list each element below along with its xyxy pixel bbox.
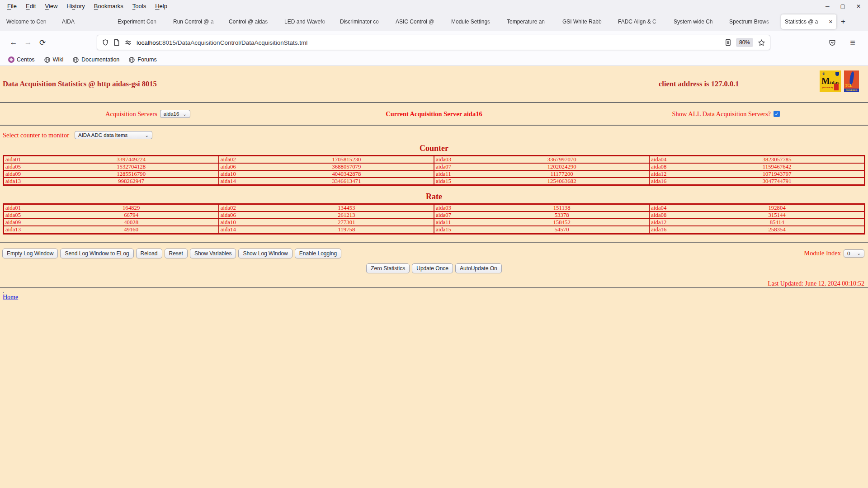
back-button[interactable]: ← <box>6 35 21 50</box>
rate-value: 49160 <box>44 226 219 234</box>
enable-logging-button[interactable]: Enable Logging <box>295 249 341 258</box>
show-log-window-button[interactable]: Show Log Window <box>238 249 292 258</box>
bookmark-centos[interactable]: Centos <box>5 56 38 64</box>
rate-table: aida01164829aida02134453aida03151138aida… <box>3 203 865 234</box>
rate-row: aida1349160aida14119758aida1554570aida16… <box>4 226 865 234</box>
counter-server-name: aida04 <box>649 156 690 164</box>
update-once-button[interactable]: Update Once <box>412 263 453 273</box>
menu-help[interactable]: Help <box>151 3 172 9</box>
close-window-icon[interactable]: ✕ <box>856 4 861 9</box>
url-text[interactable]: localhost:8015/DataAcquisitionControl/Da… <box>137 39 307 46</box>
tab-fadc-align-c[interactable]: FADC Align & C <box>614 14 670 29</box>
rate-heading: Rate <box>0 192 868 202</box>
show-variables-button[interactable]: Show Variables <box>190 249 236 258</box>
tab-led-and-wavefo[interactable]: LED and Wavefo <box>281 14 336 29</box>
new-tab-button[interactable]: + <box>837 15 849 28</box>
tab-discriminator-co[interactable]: Discriminator co <box>336 14 392 29</box>
menu-file[interactable]: File <box>3 3 21 9</box>
counter-server-name: aida08 <box>649 163 690 170</box>
page-title: Data Acquisition Statistics @ http aidas… <box>3 80 157 89</box>
counter-server-name: aida10 <box>219 170 259 178</box>
close-tab-icon[interactable]: ✕ <box>829 19 833 25</box>
counter-value: 1285516790 <box>44 170 219 178</box>
rate-value: 258354 <box>690 226 864 234</box>
maximize-icon[interactable]: ▢ <box>840 4 845 9</box>
window-controls: ─ ▢ ✕ <box>826 4 868 9</box>
counter-value: 1532704128 <box>44 163 219 170</box>
counter-value: 1159467642 <box>690 163 864 170</box>
tab-label: System wide Ch <box>674 19 722 25</box>
tab-control-aidas[interactable]: Control @ aidas <box>225 14 280 29</box>
divider <box>0 125 868 126</box>
page-info-icon[interactable] <box>113 39 120 46</box>
tab-spectrum-brows[interactable]: Spectrum Brows <box>726 14 781 29</box>
zero-statistics-button[interactable]: Zero Statistics <box>366 263 410 273</box>
rate-value: 164829 <box>44 204 219 212</box>
counter-monitor-select[interactable]: AIDA ADC data items ⌄ <box>75 131 152 139</box>
zoom-level-badge[interactable]: 80% <box>736 38 753 47</box>
counter-value: 3397449224 <box>44 156 219 164</box>
rate-server-name: aida01 <box>4 204 44 212</box>
bookmark-wiki[interactable]: Wiki <box>40 56 67 64</box>
menu-history[interactable]: History <box>62 3 89 9</box>
rate-value: 158452 <box>475 219 649 226</box>
menu-tools[interactable]: Tools <box>128 3 151 9</box>
bookmark-label: Centos <box>17 56 35 63</box>
bookmark-forums[interactable]: Forums <box>125 56 160 64</box>
current-server-text: Current Acquisition Server aida16 <box>386 110 482 118</box>
menu-bookmarks[interactable]: Bookmarks <box>90 3 128 9</box>
menu-view[interactable]: View <box>40 3 62 9</box>
menu-edit[interactable]: Edit <box>21 3 40 9</box>
tab-experiment-con[interactable]: Experiment Con <box>114 14 169 29</box>
tab-aida[interactable]: AIDA <box>58 14 113 29</box>
url-bar[interactable]: localhost:8015/DataAcquisitionControl/Da… <box>97 35 770 50</box>
reset-button[interactable]: Reset <box>165 249 188 258</box>
send-log-window-to-elog-button[interactable]: Send Log Window to ELog <box>60 249 133 258</box>
tab-label: AIDA <box>62 19 110 25</box>
reload-button[interactable]: Reload <box>136 249 162 258</box>
tab-label: ASIC Control @ <box>396 19 443 25</box>
rate-row: aida0940028aida10277301aida11158452aida1… <box>4 219 865 226</box>
bookmark-label: Wiki <box>53 56 64 63</box>
app-menu-icon[interactable]: ≡ <box>845 35 860 50</box>
midas-logo: ♛ Midas powered by <box>820 70 841 92</box>
home-link[interactable]: Home <box>3 294 18 301</box>
server-row: Acquisition Servers aida16 ⌄ Current Acq… <box>0 103 868 125</box>
acquisition-server-select[interactable]: aida16 ⌄ <box>160 110 190 118</box>
acquisition-servers-label: Acquisition Servers <box>105 110 157 118</box>
empty-log-window-button[interactable]: Empty Log Window <box>2 249 58 258</box>
tab-asic-control[interactable]: ASIC Control @ <box>392 14 447 29</box>
rate-value: 134453 <box>259 204 434 212</box>
rate-server-name: aida15 <box>434 226 475 234</box>
shield-icon[interactable] <box>102 39 109 46</box>
forward-button[interactable]: → <box>21 35 35 50</box>
counter-value: 1705815230 <box>259 156 434 164</box>
counter-select-label: Select counter to monitor <box>3 131 69 139</box>
module-index-select[interactable]: 0 ⌄ <box>844 249 864 258</box>
permissions-icon[interactable] <box>124 39 132 46</box>
rate-value: 66794 <box>44 211 219 219</box>
tab-label: Spectrum Brows <box>729 19 777 25</box>
tab-temperature-an[interactable]: Temperature an <box>503 14 558 29</box>
show-all-checkbox[interactable]: ✓ <box>774 111 780 117</box>
tab-statistics-a[interactable]: Statistics @ a✕ <box>781 14 836 29</box>
bookmark-star-icon[interactable] <box>758 39 765 47</box>
reader-mode-icon[interactable] <box>725 39 731 46</box>
page-viewport: Data Acquisition Statistics @ http aidas… <box>0 66 868 488</box>
tab-run-control-a[interactable]: Run Control @ a <box>170 14 225 29</box>
browser-window: FileEditViewHistoryBookmarksToolsHelp ─ … <box>0 0 868 488</box>
counter-server-name: aida05 <box>4 163 44 170</box>
rate-value: 151138 <box>475 204 649 212</box>
counter-heading: Counter <box>0 144 868 153</box>
tab-welcome-to-cen[interactable]: Welcome to Cen <box>3 14 58 29</box>
pocket-icon[interactable] <box>828 39 836 47</box>
reload-button[interactable]: ⟳ <box>35 35 50 50</box>
tab-label: Welcome to Cen <box>6 19 54 25</box>
tab-system-wide-ch[interactable]: System wide Ch <box>670 14 725 29</box>
minimize-icon[interactable]: ─ <box>826 4 830 9</box>
bookmark-documentation[interactable]: Documentation <box>69 56 123 64</box>
tab-gsi-white-rabb[interactable]: GSI White Rabb <box>559 14 614 29</box>
tab-module-settings[interactable]: Module Settings <box>448 14 503 29</box>
autoupdate-on-button[interactable]: AutoUpdate On <box>455 263 502 273</box>
rate-server-name: aida08 <box>649 211 690 219</box>
